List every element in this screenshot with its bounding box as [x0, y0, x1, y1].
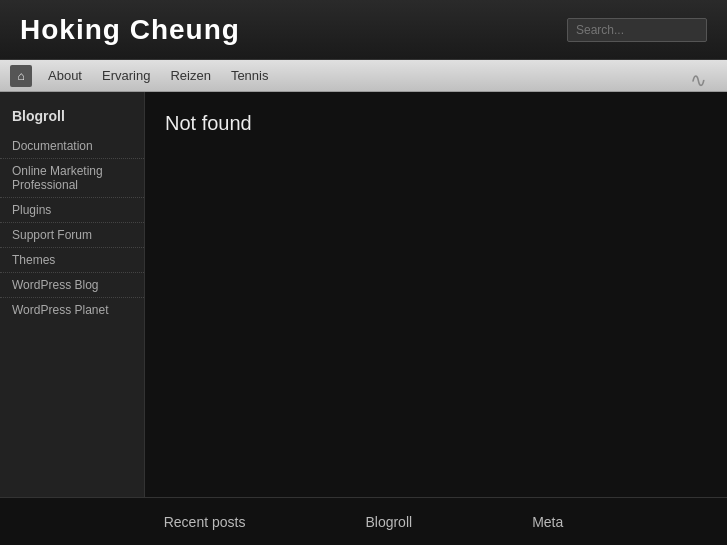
rss-icon[interactable]: ∿	[690, 68, 707, 92]
search-form	[567, 18, 707, 42]
footer: Recent posts Blogroll Meta	[0, 497, 727, 545]
nav-ervaring[interactable]: Ervaring	[92, 60, 160, 92]
navbar: ⌂ About Ervaring Reizen Tennis	[0, 60, 727, 92]
sidebar-plugins[interactable]: Plugins	[0, 197, 144, 222]
main-content-area: Blogroll Documentation Online Marketing …	[0, 92, 727, 497]
not-found-heading: Not found	[165, 112, 707, 135]
content-area: Not found	[145, 92, 727, 497]
footer-meta[interactable]: Meta	[532, 514, 563, 530]
site-title: Hoking Cheung	[20, 14, 240, 46]
nav-reizen[interactable]: Reizen	[160, 60, 220, 92]
sidebar-themes[interactable]: Themes	[0, 247, 144, 272]
nav-about[interactable]: About	[38, 60, 92, 92]
footer-blogroll[interactable]: Blogroll	[365, 514, 412, 530]
sidebar-support-forum[interactable]: Support Forum	[0, 222, 144, 247]
sidebar: Blogroll Documentation Online Marketing …	[0, 92, 145, 497]
home-icon[interactable]: ⌂	[10, 65, 32, 87]
nav-tennis[interactable]: Tennis	[221, 60, 279, 92]
sidebar-documentation[interactable]: Documentation	[0, 134, 144, 158]
site-header: Hoking Cheung	[0, 0, 727, 60]
sidebar-wordpress-planet[interactable]: WordPress Planet	[0, 297, 144, 322]
search-input[interactable]	[567, 18, 707, 42]
footer-recent-posts[interactable]: Recent posts	[164, 514, 246, 530]
sidebar-wordpress-blog[interactable]: WordPress Blog	[0, 272, 144, 297]
sidebar-online-marketing[interactable]: Online Marketing Professional	[0, 158, 144, 197]
blogroll-title: Blogroll	[0, 102, 144, 134]
